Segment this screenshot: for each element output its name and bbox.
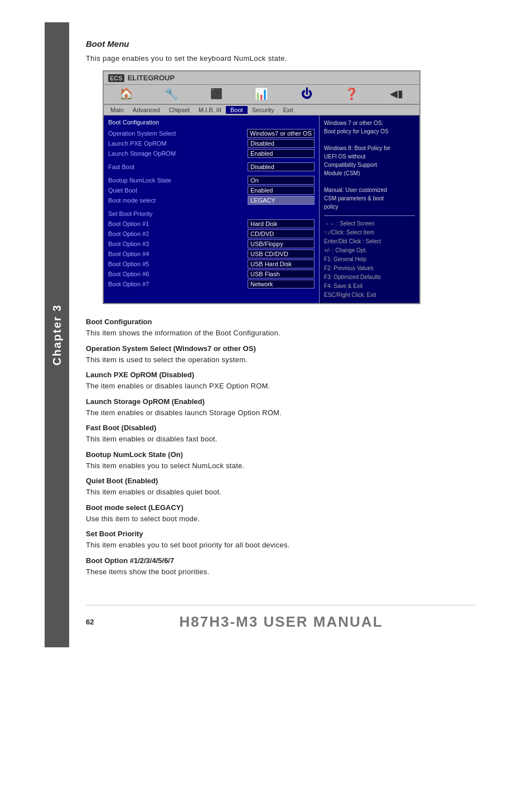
bios-row-pxe: Launch PXE OpROM Disabled	[108, 139, 315, 148]
bios-row-boot7: Boot Option #7 Network	[108, 280, 315, 289]
bios-divider	[324, 215, 415, 216]
nav-security[interactable]: Security	[248, 106, 279, 114]
bios-row-boot3: Boot Option #3 USB/Floppy	[108, 239, 315, 248]
bios-row-boot4: Boot Option #4 USB CD/DVD	[108, 249, 315, 258]
bios-icon-bar: 🏠 🔧 ⬛ 📊 ⏻ ❓ ◀▮	[104, 85, 419, 105]
bios-row-boot1: Boot Option #1 Hard Disk	[108, 219, 315, 228]
doc-item-pxe: Launch PXE OpROM (Disabled) The item ena…	[86, 371, 476, 392]
bios-section-title: Boot Configuration	[108, 119, 315, 126]
bios-row-storage: Launch Storage OpROM Enabled	[108, 149, 315, 158]
footer-page-number: 62	[86, 618, 94, 626]
bios-header: ECS ELITEGROUP	[104, 71, 419, 85]
nav-mib[interactable]: M.I.B. III	[194, 106, 226, 114]
bios-icon-home: 🏠	[108, 87, 144, 102]
nav-chipset[interactable]: Chipset	[165, 106, 194, 114]
bios-help-text: Windows 7 or other OS: Boot policy for L…	[324, 119, 415, 211]
bios-icon-mib: 📊	[243, 87, 279, 102]
doc-item-os-select: Operation System Select (Windows7 or oth…	[86, 344, 476, 366]
doc-item-storage: Launch Storage OpROM (Enabled) The item …	[86, 397, 476, 419]
bios-row-boot5: Boot Option #5 USB Hard Disk	[108, 259, 315, 268]
bios-icon-exit: ◀▮	[379, 88, 415, 101]
bios-nav-bar: Main Advanced Chipset M.I.B. III Boot Se…	[104, 105, 419, 116]
chapter-label: Chapter 3	[51, 304, 64, 366]
bios-icon-advanced: 🔧	[153, 87, 190, 102]
bios-ui: ECS ELITEGROUP 🏠 🔧 ⬛ 📊 ⏻	[103, 70, 420, 304]
bios-controls: →← : Select Screen ↑↓/Click: Select Item…	[324, 219, 415, 300]
bios-icon-security: ❓	[333, 87, 370, 102]
bios-logo-icon: ECS	[108, 74, 124, 82]
footer: 62 H87H3-M3 USER MANUAL	[86, 605, 476, 631]
bios-row-bootmode: Boot mode select LEGACY	[108, 196, 315, 205]
page-title: Boot Menu	[86, 39, 476, 49]
bios-row-os: Operation System Select Windows7 or othe…	[108, 129, 315, 138]
doc-item-bootoptions: Boot Option #1/2/3/4/5/6/7 These items s…	[86, 556, 476, 578]
bios-row-numlock: Bootup NumLock State On	[108, 176, 315, 185]
bios-icon-chipset: ⬛	[199, 88, 235, 101]
nav-exit[interactable]: Exit	[278, 106, 297, 114]
intro-text: This page enables you to set the keyboar…	[86, 54, 476, 63]
nav-main[interactable]: Main	[106, 106, 128, 114]
doc-item-numlock: Bootup NumLock State (On) This item enab…	[86, 450, 476, 472]
bios-row-setpriority: Set Boot Priority	[108, 209, 315, 218]
bios-brand: ELITEGROUP	[128, 74, 175, 82]
doc-section: Boot Configuration This item shows the i…	[86, 318, 476, 577]
nav-boot[interactable]: Boot	[226, 106, 248, 114]
footer-manual-title: H87H3-M3 USER MANUAL	[179, 613, 383, 631]
doc-item-setpriority: Set Boot Priority This item enables you …	[86, 530, 476, 551]
nav-advanced[interactable]: Advanced	[128, 106, 165, 114]
chapter-sidebar: Chapter 3	[45, 22, 69, 647]
doc-item-quietboot: Quiet Boot (Enabled) This item enables o…	[86, 477, 476, 498]
bios-row-quietboot: Quiet Boot Enabled	[108, 186, 315, 195]
bios-right-panel: Windows 7 or other OS: Boot policy for L…	[319, 116, 419, 303]
bios-left-panel: Boot Configuration Operation System Sele…	[104, 116, 319, 303]
doc-item-fastboot: Fast Boot (Disabled) This item enables o…	[86, 424, 476, 445]
bios-row-boot6: Boot Option #6 USB Flash	[108, 270, 315, 278]
bios-icon-boot: ⏻	[288, 88, 325, 102]
doc-item-bootmode: Boot mode select (LEGACY) Use this item …	[86, 503, 476, 525]
doc-item-boot-config: Boot Configuration This item shows the i…	[86, 318, 476, 339]
bios-body: Boot Configuration Operation System Sele…	[104, 116, 419, 303]
bios-row-fastboot: Fast Boot Disabled	[108, 162, 315, 171]
bios-row-boot2: Boot Option #2 CD/DVD	[108, 229, 315, 238]
